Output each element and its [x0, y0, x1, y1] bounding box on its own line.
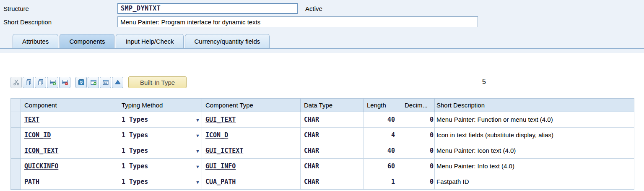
- table-header-row: Component Typing Method Component Type D…: [11, 99, 634, 112]
- row-selector[interactable]: [11, 159, 21, 174]
- delete-row-icon: [62, 79, 68, 86]
- components-table: Component Typing Method Component Type D…: [10, 98, 634, 190]
- component-cell[interactable]: ICON_ID: [21, 128, 118, 143]
- table-row: ICON_TEXT 1 Types▼ GUI_ICTEXT CHAR 40 0 …: [11, 143, 634, 159]
- row-selector[interactable]: [11, 143, 21, 159]
- insert-row-icon: [49, 79, 56, 86]
- typing-method-cell[interactable]: 1 Types▼: [118, 159, 202, 174]
- table-row: QUICKINFO 1 Types▼ GUI_INFO CHAR 60 0 Me…: [11, 159, 634, 174]
- window-plus-icon: [90, 79, 97, 86]
- component-type-cell[interactable]: GUI_ICTEXT: [202, 143, 301, 159]
- column-header-short-description[interactable]: Short Description: [435, 99, 634, 112]
- component-cell[interactable]: QUICKINFO: [21, 159, 118, 174]
- short-description-cell: Menu Painter: Icon text (4.0): [435, 143, 634, 159]
- dropdown-icon[interactable]: ▼: [195, 116, 200, 124]
- table-row: ICON_ID 1 Types▼ ICON_D CHAR 4 0 Icon in…: [11, 128, 634, 143]
- built-in-type-button[interactable]: Built-In Type: [128, 76, 187, 88]
- window-window-icon: [102, 79, 109, 86]
- component-cell[interactable]: PATH: [21, 174, 118, 190]
- short-description-field[interactable]: [117, 16, 478, 27]
- insert-entry-button[interactable]: [88, 77, 99, 88]
- paste-button[interactable]: [35, 77, 46, 88]
- data-type-cell: CHAR: [301, 159, 364, 174]
- decimals-cell: 0: [401, 112, 435, 128]
- structure-field[interactable]: [117, 3, 298, 14]
- length-cell: 4: [364, 128, 401, 143]
- insert-row-button[interactable]: [47, 77, 58, 88]
- component-type-cell[interactable]: CUA_PATH: [202, 174, 301, 190]
- column-header-typing-method[interactable]: Typing Method: [118, 99, 202, 112]
- scissors-icon: [13, 79, 20, 86]
- length-cell: 40: [364, 143, 401, 159]
- dropdown-icon[interactable]: ▼: [195, 178, 200, 186]
- component-count: 5: [482, 78, 486, 86]
- select-all-header[interactable]: [11, 99, 21, 112]
- column-header-component-type[interactable]: Component Type: [202, 99, 301, 112]
- length-cell: 40: [364, 112, 401, 128]
- expand-button[interactable]: [75, 77, 87, 88]
- short-description-cell: Icon in text fields (substitute display,…: [435, 128, 634, 143]
- short-description-label: Short Description: [3, 18, 117, 26]
- table-row: PATH 1 Types▼ CUA_PATH CHAR 1 0 Fastpath…: [11, 174, 634, 190]
- copy-icon: [25, 79, 32, 86]
- decimals-cell: 0: [401, 143, 435, 159]
- dropdown-icon[interactable]: ▼: [195, 163, 200, 170]
- short-description-cell: Menu Painter: Function or menu text (4.0…: [435, 112, 634, 128]
- header-area: Structure Active Short Description Attri…: [0, 0, 644, 53]
- data-type-cell: CHAR: [301, 143, 364, 159]
- typing-method-cell[interactable]: 1 Types▼: [118, 174, 202, 190]
- typing-method-cell[interactable]: 1 Types▼: [118, 112, 202, 128]
- column-header-decimals[interactable]: Decim...: [401, 99, 435, 112]
- move-entry-button[interactable]: [100, 77, 111, 88]
- triangle-up-icon: [114, 79, 121, 86]
- row-selector[interactable]: [11, 128, 21, 143]
- dropdown-icon[interactable]: ▼: [195, 147, 200, 155]
- tab-attributes[interactable]: Attributes: [13, 34, 58, 48]
- short-description-cell: Menu Painter: Info text (4.0): [435, 159, 634, 174]
- components-panel: Built-In Type 5 Component Typing Method …: [0, 53, 644, 191]
- row-selector[interactable]: [11, 112, 21, 128]
- data-type-cell: CHAR: [301, 112, 364, 128]
- typing-method-cell[interactable]: 1 Types▼: [118, 143, 202, 159]
- cut-button[interactable]: [10, 77, 22, 88]
- decimals-cell: 0: [401, 159, 435, 174]
- double-chevron-down-icon: [78, 79, 85, 86]
- component-type-cell[interactable]: ICON_D: [202, 128, 301, 143]
- collapse-button[interactable]: [112, 77, 123, 88]
- short-description-cell: Fastpath ID: [435, 174, 634, 190]
- dropdown-icon[interactable]: ▼: [195, 132, 200, 139]
- paste-icon: [37, 79, 44, 86]
- tab-currency-quantity-fields[interactable]: Currency/quantity fields: [185, 34, 270, 48]
- column-header-component[interactable]: Component: [21, 99, 118, 112]
- component-cell[interactable]: TEXT: [21, 112, 118, 128]
- length-cell: 60: [364, 159, 401, 174]
- typing-method-cell[interactable]: 1 Types▼: [118, 128, 202, 143]
- copy-button[interactable]: [23, 77, 34, 88]
- row-selector[interactable]: [11, 174, 21, 190]
- column-header-length[interactable]: Length: [364, 99, 401, 112]
- tab-strip: Attributes Components Input Help/Check C…: [0, 31, 644, 49]
- table-toolbar: Built-In Type 5: [0, 53, 644, 88]
- status-active: Active: [305, 5, 322, 12]
- component-type-cell[interactable]: GUI_INFO: [202, 159, 301, 174]
- structure-label: Structure: [3, 5, 117, 12]
- column-header-data-type[interactable]: Data Type: [301, 99, 364, 112]
- decimals-cell: 0: [401, 128, 435, 143]
- length-cell: 1: [364, 174, 401, 190]
- data-type-cell: CHAR: [301, 174, 364, 190]
- tab-input-help-check[interactable]: Input Help/Check: [116, 34, 183, 48]
- tab-components[interactable]: Components: [60, 34, 114, 48]
- component-cell[interactable]: ICON_TEXT: [21, 143, 118, 159]
- delete-row-button[interactable]: [59, 77, 70, 88]
- component-type-cell[interactable]: GUI_TEXT: [202, 112, 301, 128]
- table-row: TEXT 1 Types▼ GUI_TEXT CHAR 40 0 Menu Pa…: [11, 112, 634, 128]
- decimals-cell: 0: [401, 174, 435, 190]
- data-type-cell: CHAR: [301, 128, 364, 143]
